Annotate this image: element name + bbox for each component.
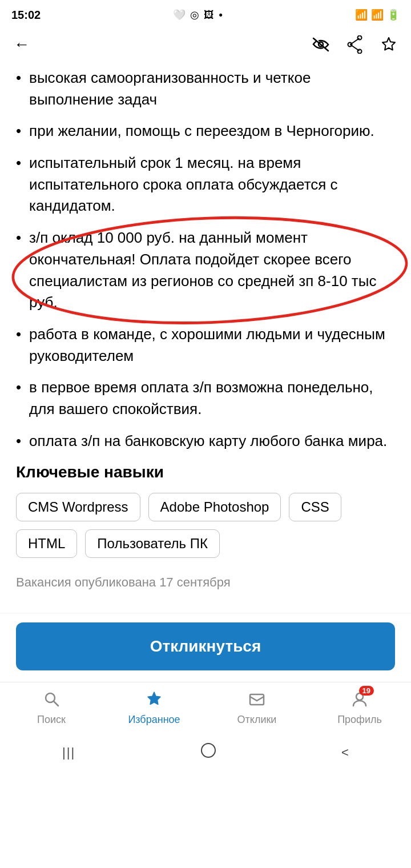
android-menu-button[interactable]: ||| <box>60 743 78 762</box>
svg-line-4 <box>350 38 360 45</box>
nav-item-favorites[interactable]: Избранное <box>120 690 188 726</box>
nav-item-profile[interactable]: 19 Профиль <box>325 690 394 726</box>
share-icon <box>347 35 363 54</box>
nav-item-responses[interactable]: Отклики <box>223 690 291 726</box>
status-bar: 15:02 🤍 ◎ 🖼 • 📶 📶 🔋 <box>0 0 411 27</box>
apply-section: Откликнуться <box>0 613 411 682</box>
status-icons: 🤍 ◎ 🖼 • <box>173 9 222 21</box>
heart-icon: 🤍 <box>173 9 186 21</box>
bullet-text: в первое время оплата з/п возможна понед… <box>29 377 395 420</box>
list-item: испытательный срок 1 месяц. на время исп… <box>16 152 395 217</box>
bullet-text-highlighted: з/п оклад 10 000 руб. на данный момент о… <box>29 229 376 311</box>
status-right-icons: 📶 📶 🔋 <box>355 9 400 21</box>
requirements-list: высокая самоорганизованность и четкое вы… <box>16 67 395 452</box>
dot-icon: • <box>219 9 222 21</box>
wifi-icon: 📶 <box>355 9 368 21</box>
android-back-button[interactable]: < <box>339 743 351 762</box>
skill-tag: CSS <box>289 493 341 521</box>
skills-container: CMS Wordpress Adobe Photoshop CSS HTML П… <box>16 493 395 558</box>
nav-label-search: Поиск <box>37 714 66 726</box>
bullet-text: при желании, помощь с переездом в Черног… <box>29 120 374 142</box>
list-item: оплата з/п на банковскую карту любого ба… <box>16 431 395 452</box>
back-button[interactable]: ← <box>11 33 32 56</box>
toolbar-left: ← <box>11 33 32 56</box>
toolbar: ← <box>0 27 411 62</box>
main-content: высокая самоорганизованность и четкое вы… <box>0 62 411 613</box>
skill-tag: Adobe Photoshop <box>148 493 281 521</box>
whatsapp-icon: ◎ <box>190 9 199 21</box>
android-menu-icon: ||| <box>62 745 75 760</box>
responses-icon <box>248 690 265 712</box>
list-item: в первое время оплата з/п возможна понед… <box>16 377 395 420</box>
bookmark-button[interactable] <box>378 34 400 55</box>
gallery-icon: 🖼 <box>204 9 214 21</box>
bullet-text: работа в команде, с хорошими людьми и чу… <box>29 324 395 367</box>
android-back-icon: < <box>341 745 349 760</box>
bottom-nav: Поиск Избранное Отклики 19 <box>0 682 411 732</box>
svg-line-5 <box>350 45 360 51</box>
battery-icon: 🔋 <box>387 9 400 21</box>
svg-rect-9 <box>250 694 264 705</box>
nav-label-responses: Отклики <box>237 714 277 726</box>
skill-tag: CMS Wordpress <box>16 493 140 521</box>
signal-icon: 📶 <box>371 9 384 21</box>
favorites-star-icon <box>146 690 163 712</box>
list-item: работа в команде, с хорошими людьми и чу… <box>16 324 395 367</box>
nav-label-favorites: Избранное <box>128 714 180 726</box>
bullet-text: оплата з/п на банковскую карту любого ба… <box>29 431 387 452</box>
eye-slash-button[interactable] <box>309 34 332 55</box>
list-item: при желании, помощь с переездом в Черног… <box>16 120 395 142</box>
back-arrow-icon: ← <box>14 35 30 54</box>
android-home-icon <box>200 742 217 763</box>
skills-section-title: Ключевые навыки <box>16 463 395 481</box>
nav-item-search[interactable]: Поиск <box>17 690 86 726</box>
publish-date: Вакансия опубликована 17 сентября <box>16 575 395 590</box>
skill-tag: Пользователь ПК <box>85 529 220 558</box>
star-icon <box>380 36 397 53</box>
skill-tag: HTML <box>16 529 77 558</box>
bullet-text: испытательный срок 1 месяц. на время исп… <box>29 152 395 217</box>
apply-button[interactable]: Откликнуться <box>16 622 395 670</box>
status-time: 15:02 <box>11 9 41 22</box>
bullet-text: высокая самоорганизованность и четкое вы… <box>29 67 395 110</box>
toolbar-right <box>309 33 400 56</box>
eye-slash-icon <box>312 37 330 53</box>
list-item: высокая самоорганизованность и четкое вы… <box>16 67 395 110</box>
profile-badge: 19 <box>359 686 374 696</box>
profile-badge-wrapper: 19 <box>351 690 368 712</box>
nav-label-profile: Профиль <box>337 714 382 726</box>
share-button[interactable] <box>345 33 365 56</box>
android-nav-bar: ||| < <box>0 732 411 773</box>
android-home-button[interactable] <box>198 740 219 765</box>
svg-line-8 <box>54 701 58 706</box>
svg-point-11 <box>202 744 215 757</box>
list-item-highlighted: з/п оклад 10 000 руб. на данный момент о… <box>16 227 395 314</box>
search-icon <box>43 690 60 712</box>
highlighted-wrapper: з/п оклад 10 000 руб. на данный момент о… <box>29 227 395 314</box>
